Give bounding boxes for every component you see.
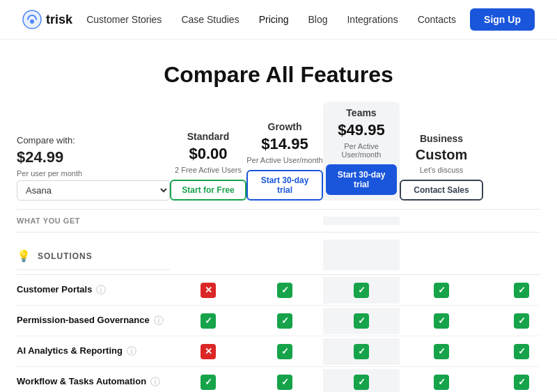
check-green: ✓ (434, 344, 449, 359)
check-red: ✕ (201, 344, 216, 359)
logo-icon (22, 10, 42, 29)
feature-row-customer-portals: Customer Portals ⓘ ✕ ✓ ✓ ✓ ✓ (17, 275, 540, 306)
plan-standard-price: $0.00 (189, 145, 227, 163)
feature-row-permission: Permission-based Governance ⓘ ✓ ✓ ✓ ✓ ✓ (17, 306, 540, 336)
check-green: ✓ (354, 375, 369, 390)
plan-business-sub: Let's discuss (420, 166, 464, 174)
page-title: Compare All Features (11, 62, 546, 88)
plan-growth-sub: Per Active User/month (246, 156, 322, 164)
feature-permission-business2: ✓ (483, 308, 557, 334)
info-icon-ai[interactable]: ⓘ (127, 345, 136, 358)
feature-workflow-name: Workflow & Tasks Automation (17, 376, 146, 388)
plan-teams-header: Teams $49.95 Per Active User/month Start… (323, 102, 400, 201)
feature-ai-growth: ✓ (246, 338, 323, 365)
compare-with-col: Compare with: $24.99 Per user per month … (17, 135, 170, 201)
feature-ai-name: AI Analytics & Reporting (17, 345, 123, 357)
feature-row-ai: AI Analytics & Reporting ⓘ ✕ ✓ ✓ ✓ ✓ (17, 336, 540, 367)
compare-with-price: $24.99 (17, 148, 170, 166)
compare-with-label: Compare with: (17, 135, 170, 146)
check-green: ✓ (277, 375, 292, 390)
solutions-icon: 💡 (17, 249, 31, 262)
solutions-section-header-row: 💡 SOLUTIONS (17, 233, 540, 275)
svg-point-1 (30, 19, 34, 24)
plan-standard-name: Standard (187, 131, 230, 142)
feature-customer-portals-business-checkmark: ✓ (400, 277, 483, 304)
solutions-section-header: 💡 SOLUTIONS (17, 240, 170, 270)
check-green: ✓ (277, 344, 292, 359)
logo[interactable]: trisk (22, 10, 72, 29)
nav-links: Customer Stories Case Studies Pricing Bl… (86, 14, 456, 25)
feature-workflow-standard: ✓ (170, 369, 246, 393)
compare-with-select[interactable]: Asana Jira Monday (17, 180, 170, 201)
check-red: ✕ (201, 283, 216, 298)
feature-ai-standard: ✕ (170, 338, 246, 365)
solutions-title: SOLUTIONS (38, 251, 93, 261)
check-green: ✓ (277, 283, 292, 298)
feature-ai-business-checkmark: ✓ (400, 338, 483, 365)
plan-business-price: Custom (416, 147, 467, 163)
plan-growth-price: $14.95 (261, 135, 308, 153)
plan-teams-sub: Per Active User/month (326, 142, 397, 159)
feature-customer-portals-growth: ✓ (246, 277, 323, 304)
check-green: ✓ (354, 344, 369, 359)
feature-workflow-teams: ✓ (323, 369, 400, 393)
nav-blog[interactable]: Blog (308, 14, 327, 25)
feature-permission-name: Permission-based Governance (17, 315, 150, 327)
plan-teams-name: Teams (346, 107, 376, 118)
plan-business-btn[interactable]: Contact Sales (400, 180, 483, 201)
feature-customer-portals-standard: ✕ (170, 277, 246, 304)
check-green: ✓ (434, 375, 449, 390)
plan-standard-btn[interactable]: Start for Free (170, 180, 246, 201)
page-title-section: Compare All Features (0, 40, 557, 102)
feature-permission-teams: ✓ (323, 308, 400, 334)
nav-pricing[interactable]: Pricing (259, 14, 289, 25)
what-you-get-row: WHAT YOU GET (17, 210, 540, 233)
feature-row-workflow: Workflow & Tasks Automation ⓘ ✓ ✓ ✓ ✓ ✓ (17, 367, 540, 392)
plans-header: Compare with: $24.99 Per user per month … (17, 102, 540, 210)
check-green: ✓ (201, 313, 216, 329)
compare-container: Compare with: $24.99 Per user per month … (0, 102, 557, 392)
check-green: ✓ (514, 375, 529, 390)
feature-workflow-business-checkmark: ✓ (400, 369, 483, 393)
check-green: ✓ (277, 313, 292, 329)
feature-customer-portals-teams: ✓ (323, 277, 400, 304)
feature-customer-portals-name: Customer Portals (17, 284, 92, 296)
check-green: ✓ (434, 313, 449, 329)
feature-permission-business-checkmark: ✓ (400, 308, 483, 334)
compare-with-sub: Per user per month (17, 169, 170, 178)
info-icon-permission[interactable]: ⓘ (154, 315, 164, 327)
nav-integrations[interactable]: Integrations (347, 14, 398, 25)
check-green: ✓ (514, 283, 529, 298)
plan-growth-btn[interactable]: Start 30-day trial (246, 170, 323, 201)
plan-standard-header: Standard $0.00 2 Free Active Users Start… (170, 131, 246, 201)
feature-ai-business2: ✓ (483, 338, 557, 365)
nav-customer-stories[interactable]: Customer Stories (86, 14, 162, 25)
info-icon-customer-portals[interactable]: ⓘ (96, 284, 106, 297)
plan-teams-price: $49.95 (338, 121, 384, 139)
check-green: ✓ (514, 313, 529, 329)
check-green: ✓ (201, 375, 216, 390)
feature-customer-portals-business2: ✓ (483, 277, 557, 304)
nav-case-studies[interactable]: Case Studies (181, 14, 239, 25)
check-green: ✓ (434, 283, 449, 298)
feature-ai-teams: ✓ (323, 338, 400, 365)
plan-growth-name: Growth (268, 121, 302, 132)
navbar: trisk Customer Stories Case Studies Pric… (0, 0, 557, 40)
check-green: ✓ (354, 283, 369, 298)
feature-workflow-growth: ✓ (246, 369, 323, 393)
what-you-get-label: WHAT YOU GET (17, 217, 170, 225)
feature-permission-growth: ✓ (246, 308, 323, 334)
info-icon-workflow[interactable]: ⓘ (150, 376, 160, 389)
plan-standard-sub: 2 Free Active Users (175, 166, 242, 174)
logo-text: trisk (46, 13, 72, 27)
check-green: ✓ (514, 344, 529, 359)
check-green: ✓ (354, 313, 369, 329)
plan-teams-btn[interactable]: Start 30-day trial (326, 164, 397, 195)
plan-growth-header: Growth $14.95 Per Active User/month Star… (246, 121, 323, 201)
signup-button[interactable]: Sign Up (470, 8, 535, 31)
nav-contacts[interactable]: Contacts (418, 14, 456, 25)
plan-business-header: Business Custom Let's discuss Contact Sa… (400, 133, 483, 201)
plan-business-name: Business (420, 133, 463, 144)
feature-permission-standard: ✓ (170, 308, 246, 334)
feature-workflow-business2: ✓ (483, 369, 557, 393)
